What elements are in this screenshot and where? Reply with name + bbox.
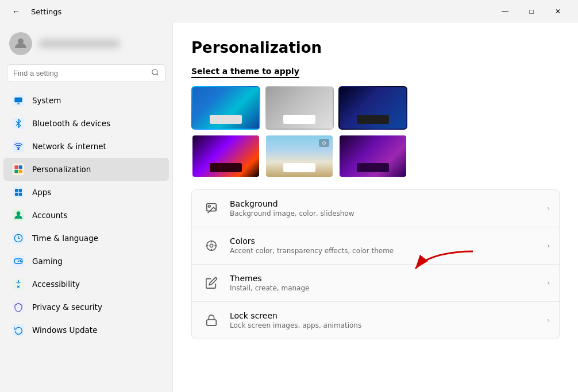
avatar bbox=[9, 32, 32, 55]
themes-text: Themes Install, create, manage bbox=[230, 274, 547, 292]
bluetooth-label: Bluetooth & devices bbox=[32, 119, 110, 128]
themes-icon bbox=[201, 273, 222, 293]
profile-name bbox=[39, 39, 120, 48]
privacy-icon bbox=[13, 301, 24, 313]
red-arrow-annotation bbox=[410, 249, 479, 277]
sidebar-item-privacy[interactable]: Privacy & security bbox=[3, 296, 169, 319]
svg-point-18 bbox=[209, 205, 211, 208]
themes-title: Themes bbox=[230, 274, 547, 283]
themes-chevron: › bbox=[547, 279, 550, 287]
colors-title: Colors bbox=[230, 236, 547, 246]
svg-rect-26 bbox=[207, 320, 217, 325]
sidebar: System Bluetooth & devices Network & int… bbox=[0, 23, 172, 392]
network-label: Network & internet bbox=[32, 142, 106, 151]
nav-list: System Bluetooth & devices Network & int… bbox=[0, 89, 172, 341]
minimize-button[interactable]: — bbox=[492, 2, 518, 21]
lock-screen-title: Lock screen bbox=[230, 311, 547, 320]
search-icon bbox=[151, 68, 159, 78]
svg-point-1 bbox=[152, 69, 157, 75]
lock-screen-chevron: › bbox=[547, 316, 550, 324]
svg-point-4 bbox=[18, 149, 19, 150]
system-icon bbox=[13, 95, 24, 106]
svg-point-16 bbox=[18, 280, 20, 282]
svg-rect-6 bbox=[19, 165, 22, 169]
app-body: System Bluetooth & devices Network & int… bbox=[0, 23, 578, 392]
close-button[interactable]: ✕ bbox=[545, 2, 571, 21]
sidebar-item-network[interactable]: Network & internet bbox=[3, 135, 169, 158]
window-controls: — □ ✕ bbox=[492, 2, 571, 21]
network-icon bbox=[13, 141, 24, 152]
svg-point-15 bbox=[21, 261, 21, 262]
settings-list: Background Background image, color, slid… bbox=[191, 189, 560, 339]
sidebar-profile[interactable] bbox=[0, 23, 172, 62]
personalization-icon bbox=[13, 164, 24, 175]
theme-thumb-2[interactable] bbox=[265, 86, 334, 130]
theme-thumb-5[interactable]: ⊙ bbox=[265, 134, 334, 178]
lock-screen-desc: Lock screen images, apps, animations bbox=[230, 321, 547, 329]
app-title: Settings bbox=[31, 7, 61, 16]
colors-text: Colors Accent color, transparency effect… bbox=[230, 236, 547, 255]
theme-section-label: Select a theme to apply bbox=[191, 67, 299, 78]
svg-line-2 bbox=[157, 74, 159, 76]
sidebar-item-apps[interactable]: Apps bbox=[3, 181, 169, 204]
svg-rect-5 bbox=[14, 165, 18, 169]
accounts-label: Accounts bbox=[32, 211, 68, 220]
lock-screen-text: Lock screen Lock screen images, apps, an… bbox=[230, 311, 547, 329]
sidebar-item-personalization[interactable]: Personalization bbox=[3, 158, 169, 181]
windows-update-label: Windows Update bbox=[32, 325, 97, 335]
search-box[interactable] bbox=[7, 64, 165, 82]
svg-rect-7 bbox=[14, 170, 18, 173]
theme-thumb-4[interactable] bbox=[191, 134, 260, 178]
theme-thumb-3[interactable] bbox=[338, 86, 407, 130]
background-desc: Background image, color, slideshow bbox=[230, 209, 547, 218]
gaming-label: Gaming bbox=[32, 257, 63, 266]
background-text: Background Background image, color, slid… bbox=[230, 199, 547, 218]
back-button[interactable]: ← bbox=[7, 2, 25, 21]
apps-label: Apps bbox=[32, 188, 51, 197]
time-icon bbox=[13, 232, 24, 244]
settings-row-colors[interactable]: Colors Accent color, transparency effect… bbox=[191, 227, 560, 265]
sidebar-item-accessibility[interactable]: Accessibility bbox=[3, 273, 169, 296]
theme-grid: ⊙ bbox=[191, 86, 560, 178]
system-label: System bbox=[32, 96, 61, 105]
settings-row-themes[interactable]: Themes Install, create, manage › bbox=[191, 265, 560, 302]
colors-desc: Accent color, transparency effects, colo… bbox=[230, 247, 547, 255]
personalization-label: Personalization bbox=[32, 165, 91, 174]
sidebar-item-accounts[interactable]: Accounts bbox=[3, 204, 169, 227]
background-title: Background bbox=[230, 199, 547, 208]
background-chevron: › bbox=[547, 204, 550, 212]
settings-row-background[interactable]: Background Background image, color, slid… bbox=[191, 189, 560, 227]
svg-rect-3 bbox=[14, 98, 22, 103]
background-icon bbox=[201, 198, 222, 219]
lock-screen-icon bbox=[201, 310, 222, 331]
theme-thumb-6[interactable] bbox=[338, 134, 407, 178]
theme-thumb-1[interactable] bbox=[191, 86, 260, 130]
maximize-button[interactable]: □ bbox=[518, 2, 545, 21]
sidebar-item-gaming[interactable]: Gaming bbox=[3, 250, 169, 273]
page-title: Personalization bbox=[191, 39, 560, 56]
privacy-label: Privacy & security bbox=[32, 302, 102, 312]
accounts-icon bbox=[13, 209, 24, 221]
apps-icon bbox=[13, 187, 24, 198]
search-input[interactable] bbox=[13, 69, 147, 77]
sidebar-item-time[interactable]: Time & language bbox=[3, 227, 169, 250]
sidebar-item-bluetooth[interactable]: Bluetooth & devices bbox=[3, 112, 169, 135]
title-bar: ← Settings — □ ✕ bbox=[0, 0, 578, 23]
colors-icon bbox=[201, 235, 222, 256]
sidebar-item-system[interactable]: System bbox=[3, 89, 169, 112]
svg-rect-8 bbox=[19, 170, 22, 173]
accessibility-icon bbox=[13, 278, 24, 290]
gaming-icon bbox=[13, 255, 24, 267]
bluetooth-icon bbox=[13, 118, 24, 129]
settings-row-lock-screen[interactable]: Lock screen Lock screen images, apps, an… bbox=[191, 302, 560, 339]
main-content: Personalization Select a theme to apply bbox=[172, 23, 578, 392]
windows-update-icon bbox=[13, 324, 24, 336]
colors-chevron: › bbox=[547, 242, 550, 250]
svg-point-20 bbox=[210, 244, 213, 247]
accessibility-label: Accessibility bbox=[32, 280, 80, 289]
sidebar-item-windows-update[interactable]: Windows Update bbox=[3, 319, 169, 341]
time-label: Time & language bbox=[32, 234, 98, 243]
themes-desc: Install, create, manage bbox=[230, 284, 547, 292]
svg-point-9 bbox=[17, 211, 21, 215]
